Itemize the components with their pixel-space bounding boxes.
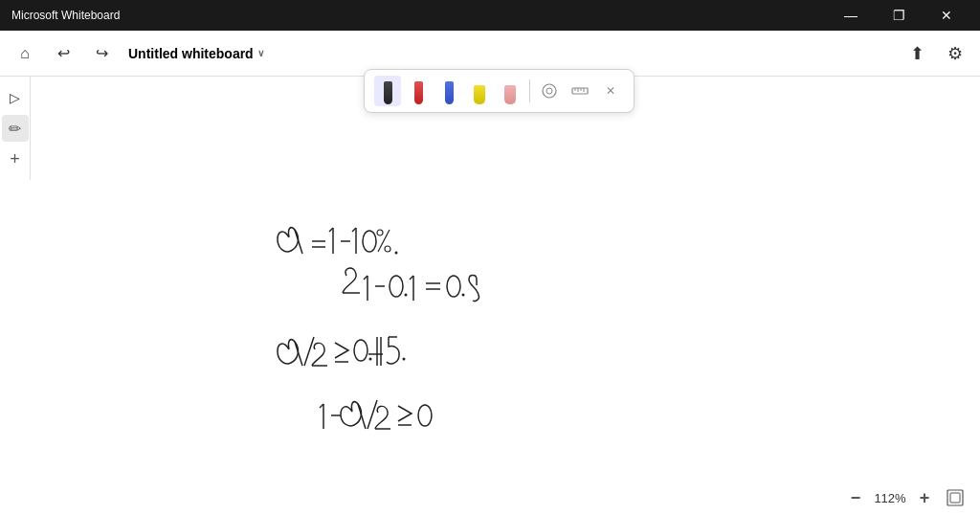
undo-button[interactable]: ↩	[46, 36, 80, 71]
settings-button[interactable]: ⚙	[938, 36, 972, 71]
zoom-out-button[interactable]: −	[842, 484, 869, 511]
select-tool-button[interactable]: ▷	[2, 84, 29, 111]
svg-point-37	[546, 88, 552, 94]
home-button[interactable]: ⌂	[8, 36, 42, 71]
close-button[interactable]: ✕	[924, 0, 969, 31]
svg-point-29	[403, 358, 406, 361]
restore-button[interactable]: ❐	[877, 0, 921, 31]
whiteboard-title-text: Untitled whiteboard	[128, 46, 254, 61]
whiteboard-title[interactable]: Untitled whiteboard ∨	[122, 42, 270, 65]
red-pen-button[interactable]	[405, 76, 432, 106]
close-icon: ✕	[606, 84, 615, 98]
settings-icon: ⚙	[947, 43, 963, 64]
svg-line-32	[368, 400, 377, 429]
ruler-button[interactable]	[567, 78, 593, 104]
add-object-button[interactable]: +	[2, 146, 29, 172]
svg-rect-44	[950, 493, 960, 503]
pen-tool-button[interactable]: ✏	[2, 115, 29, 142]
svg-point-6	[377, 230, 383, 235]
eraser-icon	[541, 82, 558, 100]
svg-rect-43	[947, 490, 963, 505]
redo-button[interactable]: ↪	[84, 36, 119, 71]
select-icon: ▷	[10, 90, 20, 105]
share-button[interactable]: ⬆	[900, 36, 934, 71]
titlebar-left: Microsoft Whiteboard	[11, 9, 120, 22]
zoom-out-icon: −	[851, 488, 861, 508]
fit-to-screen-button[interactable]	[942, 484, 969, 511]
toolbar-divider	[529, 79, 530, 102]
ruler-icon	[571, 82, 589, 100]
svg-line-21	[304, 337, 314, 366]
svg-line-7	[378, 230, 390, 252]
svg-point-5	[363, 231, 376, 252]
zoom-level: 112%	[873, 491, 907, 505]
pen-toolbar: ✕	[364, 69, 635, 113]
pen-icon: ✏	[9, 120, 21, 138]
black-pen-button[interactable]	[374, 76, 401, 106]
svg-point-25	[369, 358, 372, 361]
statusbar: − 112% +	[831, 481, 980, 515]
svg-point-18	[447, 276, 460, 297]
titlebar-right: — ❐ ✕	[829, 0, 969, 31]
pink-pen-button[interactable]	[497, 76, 523, 106]
add-icon: +	[10, 149, 20, 169]
svg-point-19	[462, 294, 465, 297]
undo-icon: ↩	[57, 44, 70, 62]
svg-point-24	[354, 340, 368, 361]
home-icon: ⌂	[20, 45, 30, 62]
sidebar: ▷ ✏ +	[0, 77, 31, 180]
svg-point-13	[390, 276, 403, 297]
canvas-area[interactable]	[31, 77, 980, 515]
svg-point-35	[418, 405, 432, 426]
share-icon: ⬆	[910, 43, 924, 64]
svg-point-36	[543, 84, 556, 98]
zoom-in-icon: +	[920, 488, 930, 508]
pen-toolbar-close-button[interactable]: ✕	[597, 78, 624, 104]
whiteboard-canvas	[31, 77, 980, 515]
yellow-pen-button[interactable]	[466, 76, 493, 106]
blue-pen-button[interactable]	[435, 76, 462, 106]
menubar-right: ⬆ ⚙	[900, 36, 972, 71]
eraser-button[interactable]	[536, 78, 563, 104]
minimize-button[interactable]: —	[829, 0, 873, 31]
svg-rect-38	[572, 88, 588, 94]
title-dropdown-icon: ∨	[257, 48, 264, 58]
fit-screen-icon	[947, 489, 964, 506]
svg-point-14	[405, 294, 408, 297]
titlebar: Microsoft Whiteboard — ❐ ✕	[0, 0, 980, 31]
svg-point-9	[395, 252, 398, 255]
app-title: Microsoft Whiteboard	[11, 9, 120, 22]
zoom-in-button[interactable]: +	[911, 484, 938, 511]
redo-icon: ↪	[96, 44, 108, 62]
svg-point-8	[385, 246, 390, 252]
